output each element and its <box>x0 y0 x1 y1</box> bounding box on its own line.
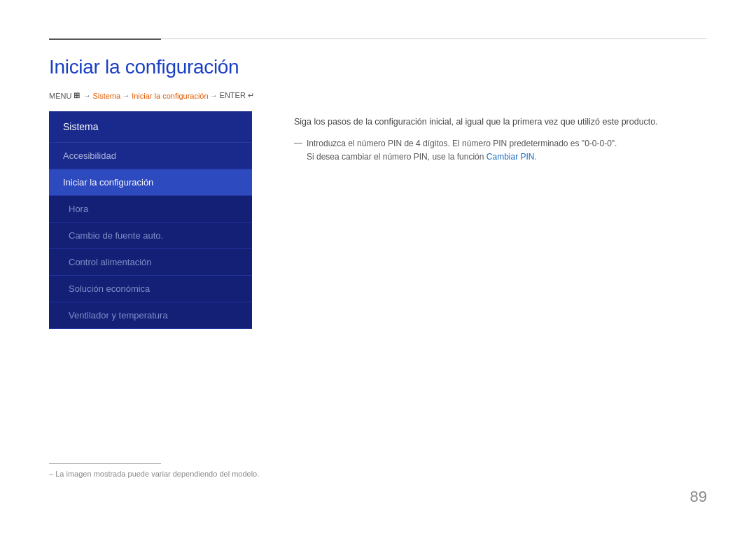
menu-item-iniciar[interactable]: Iniciar la configuración <box>49 169 252 196</box>
breadcrumb-menu-label: MENU <box>49 92 71 100</box>
breadcrumb-arrow-2: → <box>122 92 130 99</box>
menu-item-accesibilidad[interactable]: Accesibilidad <box>49 143 252 169</box>
bullet-1: — Introduzca el número PIN de 4 dígitos.… <box>294 137 707 164</box>
breadcrumb-arrow-1: → <box>83 92 90 99</box>
menu-icon: ⊞ <box>74 91 80 100</box>
cambiar-pin-link[interactable]: Cambiar PIN <box>486 152 535 162</box>
menu-item-hora[interactable]: Hora <box>49 196 252 223</box>
menu-item-ventilador[interactable]: Ventilador y temperatura <box>49 302 252 329</box>
footer-divider <box>49 463 161 464</box>
top-line-accent <box>49 38 161 40</box>
page-number: 89 <box>690 488 707 506</box>
menu-header: Sistema <box>49 111 252 143</box>
description-main: Siga los pasos de la configuración inici… <box>294 115 707 129</box>
breadcrumb-arrow-3: → <box>211 92 218 99</box>
menu-container: Sistema Accesibilidad Iniciar la configu… <box>49 111 252 329</box>
breadcrumb-enter: ENTER ↵ <box>220 91 254 100</box>
menu-item-cambio[interactable]: Cambio de fuente auto. <box>49 223 252 249</box>
footer-note: – La imagen mostrada puede variar depend… <box>49 463 259 478</box>
page-container: Iniciar la configuración MENU ⊞ → Sistem… <box>0 0 756 534</box>
breadcrumb: MENU ⊞ → Sistema → Iniciar la configurac… <box>49 91 707 100</box>
bullet-text-1: Introduzca el número PIN de 4 dígitos. E… <box>307 137 617 164</box>
right-panel: Siga los pasos de la configuración inici… <box>294 111 707 329</box>
page-title: Iniciar la configuración <box>49 56 707 78</box>
menu-item-control[interactable]: Control alimentación <box>49 249 252 276</box>
breadcrumb-current: Iniciar la configuración <box>132 92 208 100</box>
footer-text: – La imagen mostrada puede variar depend… <box>49 470 259 478</box>
content-layout: Sistema Accesibilidad Iniciar la configu… <box>49 111 707 329</box>
bullet-dash-1: — <box>294 138 302 148</box>
menu-item-solucion[interactable]: Solución económica <box>49 276 252 302</box>
left-panel: Sistema Accesibilidad Iniciar la configu… <box>49 111 252 329</box>
breadcrumb-sistema[interactable]: Sistema <box>92 92 120 100</box>
